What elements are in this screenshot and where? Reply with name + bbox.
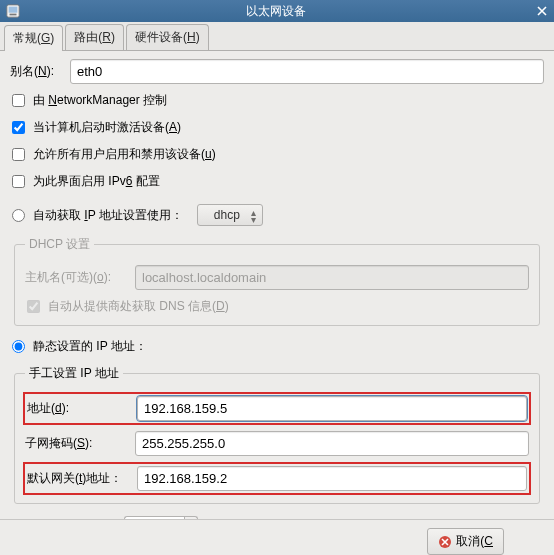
allow-checkbox[interactable] bbox=[12, 148, 25, 161]
cancel-button[interactable]: 取消(C bbox=[427, 528, 504, 555]
chevron-updown-icon: ▴▾ bbox=[251, 209, 256, 223]
static-ip-radio[interactable] bbox=[12, 340, 25, 353]
cancel-icon bbox=[438, 535, 452, 549]
netmask-label: 子网掩码(S): bbox=[25, 435, 135, 452]
dhcp-host-input bbox=[135, 265, 529, 290]
tab-general[interactable]: 常规(G) bbox=[4, 25, 63, 51]
ipv6-checkbox-row[interactable]: 为此界面启用 IPv6 配置 bbox=[10, 173, 544, 190]
dhcp-autodns-label: 自动从提供商处获取 DNS 信息(D) bbox=[48, 298, 229, 315]
tab-hardware[interactable]: 硬件设备(H) bbox=[126, 24, 209, 50]
tabs: 常规(G) 路由(R) 硬件设备(H) bbox=[0, 22, 554, 51]
static-ip-radio-row[interactable]: 静态设置的 IP 地址： bbox=[10, 338, 544, 355]
app-icon bbox=[6, 4, 20, 18]
activate-label: 当计算机启动时激活设备(A) bbox=[33, 119, 181, 136]
dhcp-protocol-select[interactable]: dhcp ▴▾ bbox=[197, 204, 263, 226]
cancel-label: 取消(C bbox=[456, 533, 493, 550]
alias-row: 别名(N): bbox=[10, 59, 544, 84]
address-input[interactable] bbox=[137, 396, 527, 421]
netmask-input[interactable] bbox=[135, 431, 529, 456]
manual-ip-legend: 手工设置 IP 地址 bbox=[25, 365, 123, 382]
dhcp-legend: DHCP 设置 bbox=[25, 236, 94, 253]
svg-rect-2 bbox=[10, 14, 17, 16]
window-title: 以太网设备 bbox=[20, 3, 532, 20]
dhcp-protocol-value: dhcp bbox=[214, 208, 240, 222]
allow-label: 允许所有用户启用和禁用该设备(u) bbox=[33, 146, 216, 163]
activate-checkbox[interactable] bbox=[12, 121, 25, 134]
window-close-button[interactable] bbox=[532, 1, 552, 21]
titlebar: 以太网设备 bbox=[0, 0, 554, 22]
ipv6-checkbox[interactable] bbox=[12, 175, 25, 188]
auto-ip-label: 自动获取 IP 地址设置使用： bbox=[33, 207, 183, 224]
ipv6-label: 为此界面启用 IPv6 配置 bbox=[33, 173, 160, 190]
gateway-label: 默认网关(t)地址： bbox=[27, 470, 137, 487]
allow-checkbox-row[interactable]: 允许所有用户启用和禁用该设备(u) bbox=[10, 146, 544, 163]
nm-checkbox[interactable] bbox=[12, 94, 25, 107]
dhcp-autodns-checkbox bbox=[27, 300, 40, 313]
alias-label: 别名(N): bbox=[10, 63, 70, 80]
svg-rect-1 bbox=[9, 7, 18, 13]
alias-input[interactable] bbox=[70, 59, 544, 84]
gateway-input[interactable] bbox=[137, 466, 527, 491]
address-label: 地址(d): bbox=[27, 400, 137, 417]
auto-ip-radio[interactable] bbox=[12, 209, 25, 222]
dhcp-settings-group: DHCP 设置 主机名(可选)(o): 自动从提供商处获取 DNS 信息(D) bbox=[14, 236, 540, 326]
activate-checkbox-row[interactable]: 当计算机启动时激活设备(A) bbox=[10, 119, 544, 136]
auto-ip-radio-row[interactable]: 自动获取 IP 地址设置使用： dhcp ▴▾ bbox=[10, 204, 544, 226]
static-ip-label: 静态设置的 IP 地址： bbox=[33, 338, 147, 355]
tab-panel-general: 别名(N): 由 NetworkManager 控制 当计算机启动时激活设备(A… bbox=[0, 51, 554, 555]
dialog-footer: 取消(C bbox=[0, 519, 554, 555]
close-icon bbox=[537, 6, 547, 16]
manual-ip-group: 手工设置 IP 地址 地址(d): 子网掩码(S): 默认网关(t)地址： bbox=[14, 365, 540, 504]
nm-label: 由 NetworkManager 控制 bbox=[33, 92, 167, 109]
tab-route[interactable]: 路由(R) bbox=[65, 24, 124, 50]
dhcp-host-label: 主机名(可选)(o): bbox=[25, 269, 135, 286]
nm-checkbox-row[interactable]: 由 NetworkManager 控制 bbox=[10, 92, 544, 109]
